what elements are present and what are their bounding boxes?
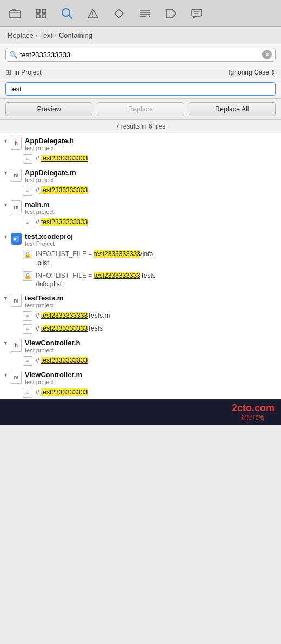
- filename-appdelegate-m: AppDelegate.m: [25, 169, 277, 177]
- chevron-testtests: ▼: [3, 296, 9, 301]
- file-group-appdelegate-m: ▼ m AppDelegate.m test project ≡ // test…: [0, 165, 281, 197]
- result-doc-icon-7: ≡: [23, 388, 32, 398]
- chevron-right-icon-2: ›: [55, 32, 57, 39]
- prefix-6: //: [36, 312, 41, 319]
- grid-icon[interactable]: [35, 7, 48, 20]
- clear-search-button[interactable]: ✕: [262, 50, 272, 59]
- prefix-3: //: [36, 218, 41, 226]
- result-text-1: // test2333333333: [36, 154, 277, 163]
- breadcrumb: Replace › Text › Containing: [0, 27, 281, 44]
- file-tree: ▼ h AppDelegate.h test project ≡ // test…: [0, 133, 281, 399]
- file-info-testtests: testTests.m test project: [25, 294, 277, 308]
- project-xcodeproj: test Project: [25, 240, 277, 247]
- result-doc-icon-1: ≡: [23, 154, 32, 164]
- suffix-7: Tests: [88, 325, 103, 332]
- result-row-testtests-2[interactable]: ≡ // test2333333333Tests: [0, 323, 281, 336]
- preview-button[interactable]: Preview: [5, 102, 92, 116]
- h-icon-2: h: [11, 339, 22, 352]
- result-row-viewcontroller-m-1[interactable]: ≡ // test2333333333: [0, 386, 281, 399]
- sort-arrow-icon: ⇕: [270, 69, 276, 76]
- filename-viewcontroller-m: ViewController.m: [25, 371, 277, 379]
- watermark-com: .com: [252, 403, 275, 413]
- result-text-3: // test2333333333: [36, 218, 277, 227]
- result-text-7: // test2333333333Tests: [36, 324, 277, 333]
- file-header-appdelegate-m[interactable]: ▼ m AppDelegate.m test project: [0, 165, 281, 184]
- result-row-viewcontroller-h-1[interactable]: ≡ // test2333333333: [0, 354, 281, 367]
- file-group-viewcontroller-h: ▼ h ViewController.h test project ≡ // t…: [0, 336, 281, 367]
- file-header-viewcontroller-h[interactable]: ▼ h ViewController.h test project: [0, 336, 281, 354]
- toolbar: [0, 0, 281, 27]
- magnify-icon[interactable]: [61, 7, 73, 20]
- results-summary: 7 results in 6 files: [0, 120, 281, 133]
- file-header-appdelegate-h[interactable]: ▼ h AppDelegate.h test project: [0, 133, 281, 152]
- result-text-9: // test2333333333: [36, 388, 277, 397]
- project-appdelegate-h: test project: [25, 145, 277, 151]
- filename-main-m: main.m: [25, 200, 277, 209]
- project-viewcontroller-m: test project: [25, 379, 277, 385]
- project-testtests: test project: [25, 302, 277, 308]
- watermark-wrap: 2cto.com 红黑联盟: [232, 403, 275, 421]
- m-icon-1: m: [11, 169, 22, 182]
- m-icon-4: m: [11, 371, 22, 384]
- scope-label[interactable]: In Project: [14, 69, 42, 76]
- file-info-appdelegate-h: AppDelegate.h test project: [25, 137, 277, 151]
- file-info-viewcontroller-m: ViewController.m test project: [25, 371, 277, 385]
- prefix-4: INFOPLIST_FILE =: [36, 250, 94, 258]
- svg-rect-3: [36, 15, 40, 18]
- sort-label: Ignoring Case: [229, 69, 269, 76]
- xcodeproj-icon: A: [11, 233, 22, 245]
- results-count: 7 results in 6 files: [116, 123, 166, 130]
- result-doc-icon-3: ≡: [23, 218, 32, 227]
- file-group-main-m: ▼ m main.m test project ≡ // test2333333…: [0, 197, 281, 229]
- sort-button[interactable]: Ignoring Case ⇕: [229, 69, 276, 76]
- folder-icon[interactable]: [9, 7, 22, 20]
- file-icon-testtests: m: [11, 294, 22, 307]
- result-row-xcodeproj-1[interactable]: 🔒 INFOPLIST_FILE = test2333333333/Info.p…: [0, 248, 281, 270]
- project-viewcontroller-h: test project: [25, 347, 277, 353]
- file-info-appdelegate-m: AppDelegate.m test project: [25, 169, 277, 183]
- svg-rect-4: [42, 15, 46, 18]
- search-input[interactable]: [20, 51, 260, 59]
- file-group-viewcontroller-m: ▼ m ViewController.m test project ≡ // t…: [0, 367, 281, 399]
- replace-input[interactable]: [5, 82, 276, 96]
- file-icon-viewcontroller-h: h: [11, 339, 22, 352]
- result-row-appdelegate-m-1[interactable]: ≡ // test2333333333: [0, 184, 281, 197]
- chevron-right-icon-1: ›: [36, 32, 38, 39]
- prefix-9: //: [36, 388, 41, 396]
- svg-rect-0: [10, 11, 21, 18]
- project-appdelegate-m: test project: [25, 177, 277, 183]
- svg-point-8: [92, 16, 93, 17]
- result-doc-icon-5: ≡: [23, 324, 32, 334]
- file-icon-appdelegate-h: h: [11, 137, 22, 150]
- breadcrumb-replace[interactable]: Replace: [8, 31, 34, 39]
- file-info-xcodeproj: test.xcodeproj test Project: [25, 232, 277, 247]
- breadcrumb-text[interactable]: Text: [39, 31, 52, 39]
- file-icon-main-m: m: [11, 200, 22, 213]
- chat-icon[interactable]: [190, 7, 203, 20]
- replace-button[interactable]: Replace: [97, 102, 184, 116]
- file-group-testtests: ▼ m testTests.m test project ≡ // test23…: [0, 291, 281, 336]
- result-row-xcodeproj-2[interactable]: 🔒 INFOPLIST_FILE = test2333333333Tests/I…: [0, 270, 281, 291]
- file-header-main-m[interactable]: ▼ m main.m test project: [0, 197, 281, 216]
- tag-icon[interactable]: [164, 7, 177, 20]
- file-header-xcodeproj[interactable]: ▼ A test.xcodeproj test Project: [0, 229, 281, 248]
- chevron-viewcontroller-h: ▼: [3, 340, 9, 346]
- result-row-testtests-1[interactable]: ≡ // test2333333333Tests.m: [0, 310, 281, 323]
- file-icon-xcodeproj: A: [11, 232, 22, 245]
- file-header-testtests[interactable]: ▼ m testTests.m test project: [0, 291, 281, 310]
- file-info-viewcontroller-h: ViewController.h test project: [25, 339, 277, 353]
- warning-icon[interactable]: [86, 7, 99, 20]
- replace-all-button[interactable]: Replace All: [189, 102, 276, 116]
- scope-row: ⊞ In Project Ignoring Case ⇕: [0, 65, 281, 79]
- svg-rect-1: [36, 9, 40, 13]
- watermark-2cto: 2cto: [232, 403, 252, 413]
- diamond-icon[interactable]: [112, 7, 125, 20]
- lines-icon[interactable]: [138, 7, 151, 20]
- filename-viewcontroller-h: ViewController.h: [25, 339, 277, 347]
- highlight-8: test2333333333: [41, 357, 88, 364]
- result-row-main-m-1[interactable]: ≡ // test2333333333: [0, 216, 281, 229]
- highlight-1: test2333333333: [41, 155, 88, 162]
- file-header-viewcontroller-m[interactable]: ▼ m ViewController.m test project: [0, 367, 281, 386]
- breadcrumb-containing[interactable]: Containing: [59, 31, 92, 39]
- result-row-appdelegate-h-1[interactable]: ≡ // test2333333333: [0, 152, 281, 165]
